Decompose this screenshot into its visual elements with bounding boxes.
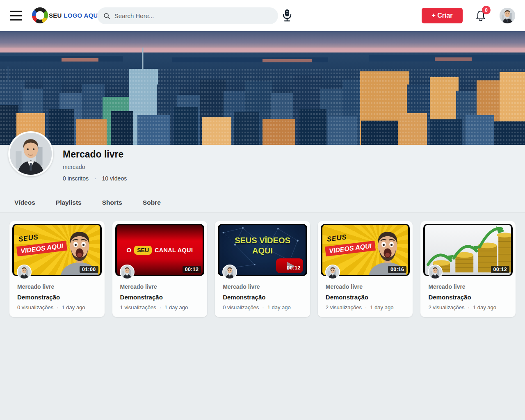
- video-duration: 00:12: [183, 266, 201, 273]
- video-title[interactable]: Demonstração: [17, 294, 98, 301]
- video-channel-avatar[interactable]: [325, 265, 340, 279]
- create-button[interactable]: + Criar: [422, 8, 463, 23]
- thumb-text: SEUS: [326, 233, 347, 244]
- channel-stats: 0 inscritos · 10 vídeos: [63, 175, 127, 182]
- channel-tabs: Vídeos Playlists Shorts Sobre: [0, 196, 525, 212]
- video-channel-avatar[interactable]: [120, 265, 135, 279]
- meta-separator: ·: [365, 304, 367, 310]
- video-meta: 2 visualizações·1 day ago: [326, 304, 406, 310]
- video-duration: 00:12: [491, 266, 509, 273]
- site-logo[interactable]: SEU LOGO AQUI: [32, 7, 100, 23]
- video-views: 1 visualizações: [120, 304, 156, 310]
- channel-info: Mercado livre mercado 0 inscritos · 10 v…: [63, 149, 127, 182]
- video-duration: 00:16: [388, 266, 406, 273]
- video-views: 2 visualizações: [428, 304, 464, 310]
- video-age: 1 day ago: [370, 304, 393, 310]
- channel-header: Mercado livre mercado 0 inscritos · 10 v…: [0, 145, 525, 212]
- video-card: SEUS VIDEOS AQUI 01:00 Mercado livre Dem…: [9, 221, 105, 317]
- search-bar[interactable]: [97, 7, 278, 24]
- channel-name: Mercado livre: [63, 149, 127, 160]
- tab-about[interactable]: Sobre: [143, 196, 161, 212]
- search-input[interactable]: [114, 12, 272, 19]
- logo-text-seu: SEU: [49, 12, 62, 19]
- thumb-text: SEU: [134, 246, 152, 255]
- channel-banner: [0, 31, 525, 145]
- subscriber-count: 0 inscritos: [63, 175, 89, 182]
- video-title[interactable]: Demonstração: [428, 294, 509, 301]
- video-views: 0 visualizações: [17, 304, 53, 310]
- notifications-button[interactable]: 0: [475, 9, 486, 22]
- video-card: SEUS VÍDEOS AQUI 00:12 Mercado livre Dem…: [215, 221, 310, 317]
- video-channel-avatar[interactable]: [222, 265, 237, 279]
- video-channel-name: Mercado livre: [326, 283, 406, 290]
- video-card: O SEU CANAL AQUI 00:12 Mercado livre Dem…: [112, 221, 208, 317]
- video-meta: 0 visualizações·1 day ago: [17, 304, 98, 310]
- video-meta: 1 visualizações·1 day ago: [120, 304, 201, 310]
- tab-videos[interactable]: Vídeos: [14, 196, 35, 212]
- logo-shutter-icon: [32, 7, 48, 23]
- thumb-text: O: [127, 247, 132, 253]
- video-channel-name: Mercado livre: [17, 283, 98, 290]
- video-age: 1 day ago: [164, 304, 188, 310]
- thumb-text: SEUS: [18, 233, 39, 244]
- menu-icon[interactable]: [10, 11, 22, 21]
- video-age: 1 day ago: [62, 304, 85, 310]
- videos-content: SEUS VIDEOS AQUI 01:00 Mercado livre Dem…: [0, 212, 525, 420]
- video-info: Mercado livre Demonstração 0 visualizaçõ…: [12, 276, 102, 310]
- video-card: 00:12 Mercado livre Demonstração 2 visua…: [420, 221, 516, 317]
- video-count: 10 vídeos: [102, 175, 127, 182]
- stats-separator: ·: [94, 175, 96, 182]
- video-title[interactable]: Demonstração: [120, 294, 201, 301]
- channel-avatar: [8, 131, 53, 176]
- video-title[interactable]: Demonstração: [223, 294, 303, 301]
- play-button-graphic: 00:12: [276, 258, 303, 273]
- video-title[interactable]: Demonstração: [326, 294, 406, 301]
- video-card: SEUS VIDEOS AQUI 00:16 Mercado livre Dem…: [318, 221, 413, 317]
- meta-separator: ·: [57, 304, 58, 310]
- meta-separator: ·: [262, 304, 264, 310]
- tab-shorts[interactable]: Shorts: [102, 196, 122, 212]
- search-icon: [103, 12, 110, 20]
- video-meta: 0 visualizações·1 day ago: [223, 304, 303, 310]
- video-grid: SEUS VIDEOS AQUI 01:00 Mercado livre Dem…: [9, 221, 516, 317]
- header-actions: + Criar 0: [422, 0, 515, 31]
- meta-separator: ·: [468, 304, 470, 310]
- thumb-text: CANAL AQUI: [155, 247, 193, 253]
- video-meta: 2 visualizações·1 day ago: [428, 304, 509, 310]
- channel-handle: mercado: [63, 164, 127, 170]
- video-info: Mercado livre Demonstração 2 visualizaçõ…: [321, 276, 410, 310]
- meta-separator: ·: [160, 304, 161, 310]
- video-channel-name: Mercado livre: [223, 283, 303, 290]
- user-avatar[interactable]: [500, 8, 515, 23]
- video-info: Mercado livre Demonstração 0 visualizaçõ…: [218, 276, 307, 310]
- video-views: 2 visualizações: [326, 304, 362, 310]
- video-age: 1 day ago: [473, 304, 496, 310]
- video-info: Mercado livre Demonstração 1 visualizaçõ…: [115, 276, 205, 310]
- microphone-icon[interactable]: [282, 9, 292, 22]
- thumb-text: SEUS VÍDEOS AQUI: [219, 235, 306, 256]
- video-channel-avatar[interactable]: [17, 265, 32, 279]
- video-views: 0 visualizações: [223, 304, 259, 310]
- video-duration: 01:00: [80, 266, 98, 273]
- logo-text: SEU LOGO AQUI: [49, 12, 100, 19]
- video-age: 1 day ago: [267, 304, 291, 310]
- city-skyline-art: [0, 31, 525, 145]
- top-navbar: SEU LOGO AQUI + Criar 0: [0, 0, 525, 31]
- video-channel-name: Mercado livre: [120, 283, 201, 290]
- logo-text-aqui: LOGO AQUI: [64, 12, 100, 19]
- video-channel-name: Mercado livre: [428, 283, 509, 290]
- tab-playlists[interactable]: Playlists: [56, 196, 82, 212]
- notification-count-badge: 0: [482, 6, 491, 14]
- video-info: Mercado livre Demonstração 2 visualizaçõ…: [423, 276, 513, 310]
- video-duration: 00:12: [287, 265, 300, 271]
